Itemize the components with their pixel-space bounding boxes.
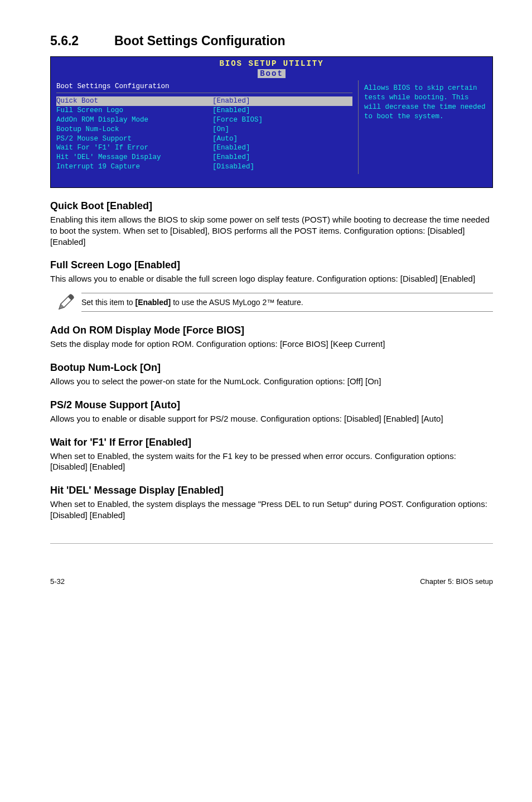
bios-row-value: [On]	[212, 125, 352, 134]
note-text: Set this item to [Enabled] to use the AS…	[81, 293, 493, 312]
bios-title-bar: BIOS SETUP UTILITY Boot	[51, 57, 492, 78]
bios-row: Hit 'DEL' Message Display[Enabled]	[56, 153, 352, 162]
section-title: Boot Settings Configuration	[114, 33, 286, 48]
bios-row-label: Bootup Num-Lock	[56, 125, 212, 134]
bios-row-label: Wait For 'F1' If Error	[56, 143, 212, 153]
subheading-waitf1: Wait for 'F1' If Error [Enabled]	[50, 437, 493, 448]
bios-screenshot: BIOS SETUP UTILITY Boot Boot Settings Co…	[50, 56, 493, 188]
page-footer: 5-32 Chapter 5: BIOS setup	[0, 544, 532, 602]
bios-active-tab: Boot	[258, 69, 286, 78]
bios-row-value: [Enabled]	[212, 96, 352, 106]
para-numlock: Allows you to select the power-on state …	[50, 376, 493, 387]
para-waitf1: When set to Enabled, the system waits fo…	[50, 451, 493, 473]
subheading-ps2: PS/2 Mouse Support [Auto]	[50, 399, 493, 411]
note-block: Set this item to [Enabled] to use the AS…	[50, 292, 493, 312]
bios-row: PS/2 Mouse Support[Auto]	[56, 134, 352, 144]
note-bold: [Enabled]	[135, 298, 171, 307]
bios-row-label: Full Screen Logo	[56, 106, 212, 115]
bios-panel-title: Boot Settings Configuration	[56, 81, 352, 93]
pencil-icon	[50, 292, 81, 312]
bios-left-panel: Boot Settings Configuration Quick Boot[E…	[51, 80, 359, 174]
subheading-hitdel: Hit 'DEL' Message Display [Enabled]	[50, 485, 493, 496]
bios-row-value: [Enabled]	[212, 106, 352, 115]
section-number: 5.6.2	[50, 33, 114, 49]
bios-row: Quick Boot[Enabled]	[56, 96, 352, 106]
bios-row-value: [Enabled]	[212, 153, 352, 162]
para-fullscreen: This allows you to enable or disable the…	[50, 273, 493, 284]
bios-row-value: [Auto]	[212, 134, 352, 144]
note-suffix: to use the ASUS MyLogo 2™ feature.	[171, 298, 303, 307]
bios-row-label: PS/2 Mouse Support	[56, 134, 212, 144]
bios-title: BIOS SETUP UTILITY	[219, 59, 323, 68]
bios-row-value: [Disabled]	[212, 162, 352, 172]
bios-row-label: Interrupt 19 Capture	[56, 162, 212, 172]
bios-row-label: Hit 'DEL' Message Display	[56, 153, 212, 162]
bios-row: Full Screen Logo[Enabled]	[56, 106, 352, 115]
bios-help-panel: Allows BIOS to skip certain tests while …	[359, 80, 492, 174]
subheading-quickboot: Quick Boot [Enabled]	[50, 200, 493, 212]
note-prefix: Set this item to	[81, 298, 135, 307]
bios-bottom-curve	[51, 173, 492, 187]
footer-chapter-label: Chapter 5: BIOS setup	[420, 577, 493, 586]
subheading-addon: Add On ROM Display Mode [Force BIOS]	[50, 325, 493, 336]
para-addon: Sets the display mode for option ROM. Co…	[50, 339, 493, 350]
bios-row: Interrupt 19 Capture[Disabled]	[56, 162, 352, 172]
bios-row: Wait For 'F1' If Error[Enabled]	[56, 143, 352, 153]
subheading-fullscreen: Full Screen Logo [Enabled]	[50, 259, 493, 271]
bios-row-label: AddOn ROM Display Mode	[56, 115, 212, 125]
section-heading: 5.6.2Boot Settings Configuration	[50, 33, 493, 49]
bios-row: AddOn ROM Display Mode[Force BIOS]	[56, 115, 352, 125]
footer-page-number: 5-32	[50, 577, 65, 586]
bios-row: Bootup Num-Lock[On]	[56, 125, 352, 134]
bios-row-label: Quick Boot	[56, 96, 212, 106]
para-ps2: Allows you to enable or disable support …	[50, 413, 493, 424]
para-quickboot: Enabling this item allows the BIOS to sk…	[50, 214, 493, 247]
para-hitdel: When set to Enabled, the system displays…	[50, 499, 493, 521]
bios-row-value: [Enabled]	[212, 143, 352, 153]
subheading-numlock: Bootup Num-Lock [On]	[50, 362, 493, 374]
bios-row-value: [Force BIOS]	[212, 115, 352, 125]
